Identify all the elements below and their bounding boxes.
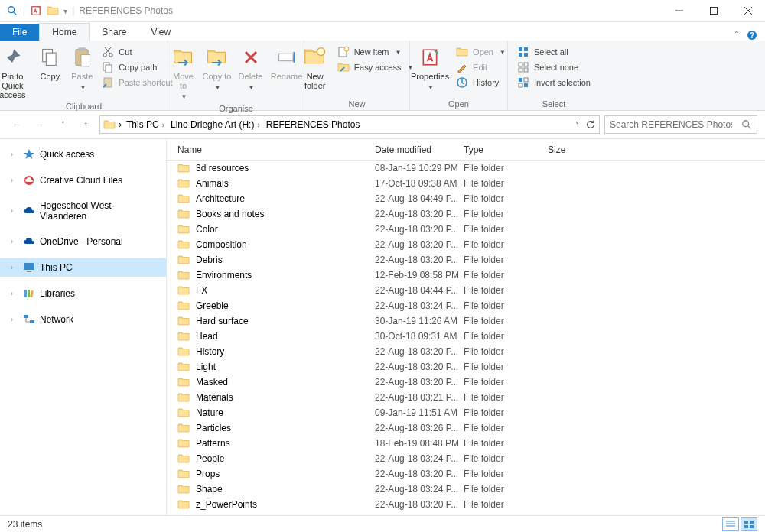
- file-type: File folder: [464, 209, 548, 219]
- recent-locations-button[interactable]: ˅: [54, 115, 72, 134]
- table-row[interactable]: Composition22-Aug-18 03:20 P...File fold…: [167, 237, 765, 252]
- back-button[interactable]: ←: [8, 115, 26, 134]
- table-row[interactable]: Particles22-Aug-18 03:26 P...File folder: [167, 420, 765, 436]
- open-button[interactable]: Open▼: [453, 45, 509, 59]
- sidebar-this-pc[interactable]: ›This PC: [0, 258, 166, 277]
- table-row[interactable]: Props22-Aug-18 03:20 P...File folder: [167, 466, 765, 482]
- new-item-button[interactable]: New item▼: [334, 45, 417, 59]
- file-date: 22-Aug-18 03:26 P...: [375, 423, 464, 433]
- tab-file[interactable]: File: [0, 24, 39, 41]
- forward-button[interactable]: →: [31, 115, 49, 134]
- new-item-icon: [337, 46, 350, 58]
- table-row[interactable]: History22-Aug-18 03:20 P...File folder: [167, 344, 765, 359]
- file-name: 3d resources: [196, 163, 375, 174]
- close-button[interactable]: [731, 0, 765, 22]
- crumb-drive[interactable]: Lino Drieghe Art (H:)›: [169, 119, 262, 130]
- copy-button[interactable]: Copy: [34, 44, 65, 83]
- table-row[interactable]: People22-Aug-18 03:24 P...File folder: [167, 451, 765, 466]
- window-title: REFERENCES Photos: [74, 5, 173, 16]
- organise-group-label: Organise: [219, 103, 253, 113]
- file-type: File folder: [464, 346, 548, 357]
- file-type: File folder: [464, 377, 548, 388]
- delete-button[interactable]: Delete▼: [235, 44, 267, 94]
- cut-button[interactable]: Cut: [99, 45, 175, 59]
- col-date[interactable]: Date modified: [375, 144, 464, 155]
- view-large-icons-button[interactable]: [741, 517, 757, 531]
- table-row[interactable]: Color22-Aug-18 03:20 P...File folder: [167, 222, 765, 237]
- table-row[interactable]: Greeble22-Aug-18 03:24 P...File folder: [167, 298, 765, 313]
- refresh-icon[interactable]: [585, 119, 596, 130]
- edit-button[interactable]: Edit: [453, 60, 509, 74]
- copy-path-button[interactable]: Copy path: [99, 60, 175, 74]
- file-date: 22-Aug-18 03:24 P...: [375, 453, 464, 464]
- table-row[interactable]: Masked22-Aug-18 03:20 P...File folder: [167, 375, 765, 390]
- move-to-button[interactable]: Move to▼: [168, 44, 200, 103]
- file-name: z_PowerPoints: [196, 499, 375, 510]
- table-row[interactable]: Materials22-Aug-18 03:21 P...File folder: [167, 390, 765, 405]
- sidebar-onedrive[interactable]: ›OneDrive - Personal: [0, 232, 166, 251]
- properties-qat-icon[interactable]: [30, 5, 42, 17]
- table-row[interactable]: Light22-Aug-18 03:20 P...File folder: [167, 359, 765, 375]
- clipboard-group-label: Clipboard: [66, 101, 102, 111]
- table-row[interactable]: Architecture22-Aug-18 04:49 P...File fol…: [167, 191, 765, 206]
- table-row[interactable]: Environments12-Feb-19 08:58 PMFile folde…: [167, 268, 765, 283]
- new-folder-button[interactable]: New folder: [298, 44, 333, 92]
- table-row[interactable]: Nature09-Jan-19 11:51 AMFile folder: [167, 405, 765, 420]
- sidebar-quick-access[interactable]: ›Quick access: [0, 145, 166, 164]
- help-icon[interactable]: ?: [747, 30, 757, 41]
- file-type: File folder: [464, 285, 548, 296]
- file-type: File folder: [464, 362, 548, 372]
- search-box[interactable]: [604, 115, 757, 134]
- table-row[interactable]: 3d resources08-Jan-19 10:29 PMFile folde…: [167, 161, 765, 176]
- col-name[interactable]: Name: [177, 144, 375, 155]
- select-none-button[interactable]: Select none: [514, 60, 594, 74]
- sidebar-hogeschool[interactable]: ›Hogeschool West-Vlaanderen: [0, 197, 166, 225]
- crumb-thispc[interactable]: This PC›: [125, 119, 166, 130]
- file-type: File folder: [464, 224, 548, 235]
- address-bar[interactable]: › This PC› Lino Drieghe Art (H:)› REFERE…: [99, 115, 600, 134]
- folder-icon: [177, 284, 190, 297]
- search-input[interactable]: [610, 119, 732, 130]
- address-dropdown-icon[interactable]: ˅: [572, 121, 582, 129]
- paste-shortcut-button[interactable]: Paste shortcut: [99, 76, 175, 89]
- svg-rect-39: [524, 68, 528, 72]
- tab-home[interactable]: Home: [39, 23, 90, 41]
- tab-share[interactable]: Share: [90, 24, 138, 41]
- table-row[interactable]: Patterns18-Feb-19 08:48 PMFile folder: [167, 436, 765, 451]
- item-count: 23 items: [8, 519, 42, 530]
- copy-to-button[interactable]: Copy to▼: [201, 44, 233, 94]
- sidebar-network[interactable]: ›Network: [0, 310, 166, 329]
- table-row[interactable]: FX22-Aug-18 04:44 P...File folder: [167, 283, 765, 298]
- sidebar-libraries[interactable]: ›Libraries: [0, 284, 166, 303]
- folder-qat-icon[interactable]: [47, 5, 59, 17]
- table-row[interactable]: Shape22-Aug-18 03:24 P...File folder: [167, 482, 765, 497]
- col-size[interactable]: Size: [548, 144, 765, 155]
- search-icon[interactable]: [6, 5, 18, 17]
- paste-button[interactable]: Paste▼: [67, 44, 97, 94]
- table-row[interactable]: Hard surface30-Jan-19 11:26 AMFile folde…: [167, 313, 765, 329]
- col-type[interactable]: Type: [464, 144, 548, 155]
- tab-view[interactable]: View: [138, 24, 183, 41]
- view-details-button[interactable]: [722, 517, 739, 531]
- select-all-button[interactable]: Select all: [514, 45, 594, 59]
- sidebar-creative-cloud[interactable]: ›Creative Cloud Files: [0, 171, 166, 190]
- table-row[interactable]: z_PowerPoints22-Aug-18 03:20 P...File fo…: [167, 497, 765, 512]
- up-button[interactable]: ↑: [76, 115, 95, 134]
- collapse-ribbon-icon[interactable]: ˄: [734, 30, 739, 41]
- table-row[interactable]: Books and notes22-Aug-18 03:20 P...File …: [167, 206, 765, 222]
- invert-selection-button[interactable]: Invert selection: [514, 76, 594, 89]
- maximize-button[interactable]: [696, 0, 731, 22]
- history-button[interactable]: History: [453, 76, 509, 89]
- easy-access-button[interactable]: Easy access▼: [334, 60, 417, 74]
- rename-icon: [275, 45, 299, 70]
- properties-button[interactable]: Properties▼: [409, 44, 451, 94]
- search-icon[interactable]: [741, 119, 752, 130]
- file-type: File folder: [464, 453, 548, 464]
- minimize-button[interactable]: [662, 0, 696, 22]
- table-row[interactable]: Debris22-Aug-18 03:20 P...File folder: [167, 252, 765, 268]
- table-row[interactable]: Animals17-Oct-18 09:38 AMFile folder: [167, 176, 765, 191]
- pin-to-quick-access-button[interactable]: Pin to Quick access: [0, 44, 33, 101]
- svg-rect-50: [24, 315, 28, 318]
- crumb-current[interactable]: REFERENCES Photos: [265, 119, 362, 130]
- table-row[interactable]: Head30-Oct-18 09:31 AMFile folder: [167, 329, 765, 344]
